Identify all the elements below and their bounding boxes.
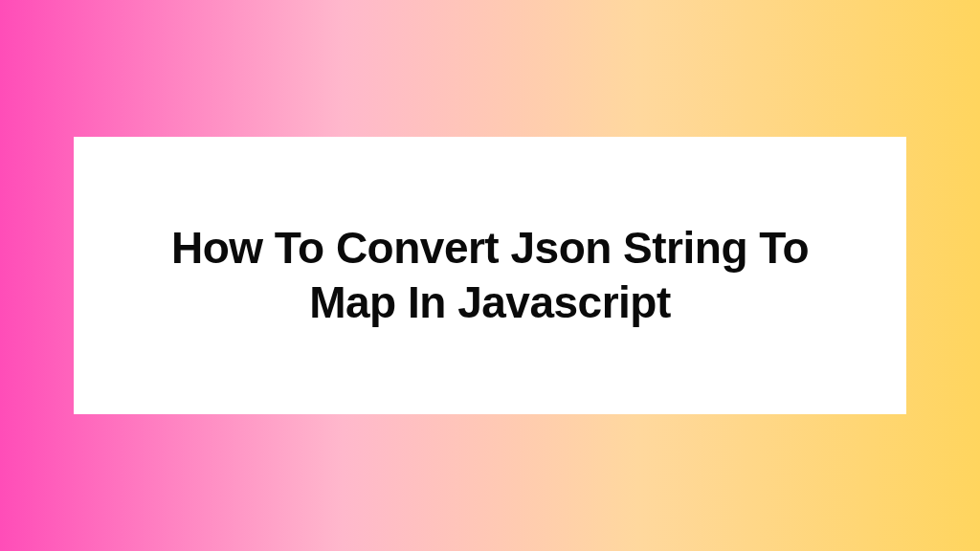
page-title: How To Convert Json String To Map In Jav… xyxy=(131,221,849,331)
title-card: How To Convert Json String To Map In Jav… xyxy=(74,137,906,414)
